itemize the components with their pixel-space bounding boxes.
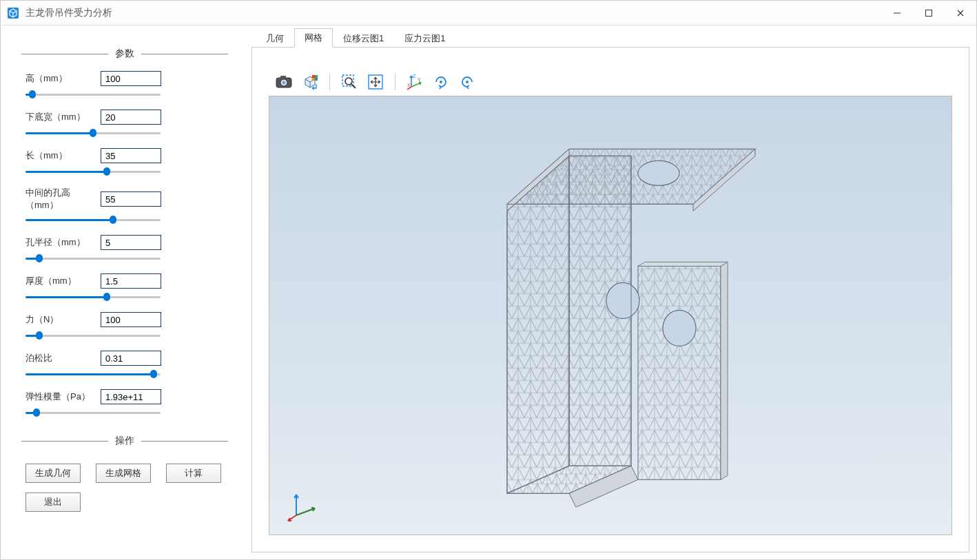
param-label: 力（N） [21,313,101,326]
param-label: 中间的孔高（mm） [21,187,101,211]
svg-rect-7 [315,75,318,78]
svg-point-18 [638,160,679,185]
param-input[interactable] [101,235,161,250]
param-row: 泊松比 [21,351,228,366]
maximize-button[interactable] [913,1,945,25]
param-row: 高（mm） [21,71,228,86]
svg-rect-9 [315,78,318,81]
body: 参数 高（mm）下底宽（mm）长（mm）中间的孔高（mm）孔半径（mm）厚度（m… [1,25,976,559]
compute-button[interactable]: 计算 [166,464,221,483]
section-header-ops: 操作 [21,435,228,447]
param-input[interactable] [101,389,161,404]
tab[interactable]: 网格 [294,28,333,48]
svg-point-17 [466,81,469,83]
svg-text:Y: Y [418,77,421,82]
param-slider[interactable] [21,166,228,177]
viewport-canvas[interactable] [269,96,952,535]
sidebar: 参数 高（mm）下底宽（mm）长（mm）中间的孔高（mm）孔半径（mm）厚度（m… [1,25,249,559]
params-container: 高（mm）下底宽（mm）长（mm）中间的孔高（mm）孔半径（mm）厚度（mm）力… [21,71,228,418]
camera-icon[interactable] [273,71,295,93]
svg-rect-3 [280,76,286,79]
ops-buttons: 生成几何 生成网格 计算 退出 [21,458,228,512]
param-row: 孔半径（mm） [21,235,228,250]
param-label: 泊松比 [21,352,101,364]
toolbar-separator [395,74,395,90]
param-slider[interactable] [21,369,228,380]
viewport-wrap: Z Y X [251,48,969,552]
gen-geom-button[interactable]: 生成几何 [25,464,81,483]
orientation-triad-icon [286,488,320,522]
app-window: 主龙骨吊件受力分析 参数 高（mm）下底宽（mm）长（mm）中间的孔高（mm）孔… [0,0,977,560]
svg-rect-6 [312,75,315,78]
section-header-params: 参数 [21,48,228,60]
param-label: 下底宽（mm） [21,111,101,123]
param-input[interactable] [101,148,161,163]
view-cube-icon[interactable] [299,71,321,93]
divider [21,441,108,442]
param-input[interactable] [101,312,161,327]
axes-icon[interactable]: Z Y X [404,71,426,93]
rotate-ccw-icon[interactable] [456,71,478,93]
titlebar: 主龙骨吊件受力分析 [1,1,976,25]
divider [141,441,228,442]
param-row: 中间的孔高（mm） [21,187,228,211]
svg-point-16 [440,81,442,83]
mesh-model [431,107,790,507]
param-label: 厚度（mm） [21,275,101,287]
svg-point-5 [282,81,285,84]
tab[interactable]: 位移云图1 [333,29,394,48]
tabs: 几何网格位移云图1应力云图1 [251,28,969,48]
param-label: 弹性模量（Pa） [21,391,101,403]
svg-point-11 [345,78,352,85]
svg-rect-1 [926,10,932,16]
window-title: 主龙骨吊件受力分析 [25,7,112,19]
param-slider[interactable] [21,89,228,100]
rotate-cw-icon[interactable] [430,71,452,93]
close-button[interactable] [945,1,976,25]
param-row: 下底宽（mm） [21,110,228,125]
fit-screen-icon[interactable] [364,71,387,93]
svg-text:Z: Z [413,74,416,79]
param-row: 弹性模量（Pa） [21,389,228,404]
tab[interactable]: 几何 [256,29,294,48]
svg-point-19 [606,282,639,318]
param-slider[interactable] [21,407,228,418]
param-slider[interactable] [21,214,228,225]
param-slider[interactable] [21,127,228,138]
param-slider[interactable] [21,330,228,341]
toolbar-separator [329,74,330,90]
main: 几何网格位移云图1应力云图1 [249,25,976,559]
gen-mesh-button[interactable]: 生成网格 [96,464,151,483]
app-icon [6,6,20,20]
param-row: 力（N） [21,312,228,327]
svg-rect-8 [312,78,315,81]
param-input[interactable] [101,71,161,86]
viewport-toolbar: Z Y X [269,68,952,96]
param-input[interactable] [101,191,161,207]
tab[interactable]: 应力云图1 [394,29,455,48]
param-slider[interactable] [21,253,228,264]
param-label: 长（mm） [21,149,101,162]
param-input[interactable] [101,110,161,125]
param-input[interactable] [101,351,161,366]
param-label: 高（mm） [21,72,101,85]
param-row: 厚度（mm） [21,273,228,289]
section-title-params: 参数 [108,48,141,60]
param-row: 长（mm） [21,148,228,163]
divider [141,54,228,54]
param-label: 孔半径（mm） [21,236,101,249]
param-slider[interactable] [21,291,228,302]
section-title-ops: 操作 [108,435,141,447]
minimize-button[interactable] [881,1,913,25]
exit-button[interactable]: 退出 [25,492,81,512]
param-input[interactable] [101,273,161,289]
svg-text:X: X [407,83,411,87]
divider [21,54,108,54]
svg-point-20 [663,310,696,346]
zoom-box-icon[interactable] [338,71,360,93]
